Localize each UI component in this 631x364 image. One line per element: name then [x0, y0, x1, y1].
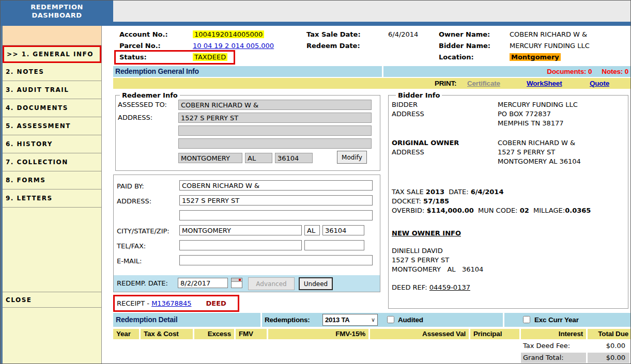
sidebar-item-audit-trail[interactable]: 3. AUDIT TRAIL [3, 81, 101, 99]
sidebar-item-collection[interactable]: 7. COLLECTION [3, 153, 101, 171]
bidder-address2: MEMPHIS TN 38177 [498, 119, 564, 128]
sidebar-spacer [3, 208, 101, 292]
documents-count: Documents: 0 [547, 68, 592, 75]
payer-state-field[interactable] [304, 225, 320, 235]
bidder-info-panel: Bidder Info BIDDERMERCURY FUNDING LLC AD… [388, 91, 628, 309]
exc-curr-year-label: Exc Curr Year [534, 313, 579, 327]
payer-address2-field[interactable] [179, 210, 373, 220]
bidder-name-value: MERCURY FUNDING LLC [510, 42, 590, 50]
header-divider [1, 22, 631, 26]
undeed-button[interactable]: Undeed [299, 277, 333, 290]
oo-address1: 1527 S PERRY ST [498, 148, 555, 157]
oo-address-label: ADDRESS [392, 148, 498, 157]
sidebar-item-letters[interactable]: 9. LETTERS [3, 189, 101, 208]
redemptions-label: Redemptions: [265, 313, 310, 327]
overbid-value: $114,000.00 [426, 207, 473, 214]
sidebar-item-assessment[interactable]: 5. ASSESSMENT [3, 117, 101, 135]
fax-field[interactable] [304, 240, 364, 250]
payer-address1-field[interactable] [179, 195, 373, 205]
sidebar-item-forms[interactable]: 8. FORMS [3, 171, 101, 189]
redemp-date-label: REDEMP. DATE: [117, 279, 168, 287]
parcel-no-link[interactable]: 10 04 19 2 014 005.000 [193, 42, 274, 50]
bidder-address-label: ADDRESS [392, 109, 498, 119]
modify-button[interactable]: Modify [337, 151, 367, 164]
account-no-value: 1004192014005000 [193, 30, 264, 38]
original-owner-value: COBERN RICHARD W & [498, 138, 575, 148]
sidebar-item-general-info[interactable]: >> 1. GENERAL INFO [3, 45, 101, 63]
redemption-dashboard-screen: REDEMPTION DASHBOARD >> 1. GENERAL INFO … [0, 0, 631, 364]
new-owner-address2: MONTGOMERY AL 36104 [392, 265, 625, 274]
docket-value: 57/185 [423, 197, 449, 205]
col-year: Year [113, 329, 139, 339]
redemp-date-field[interactable] [178, 278, 228, 288]
sidebar-item-history[interactable]: 6. HISTORY [3, 135, 101, 153]
bidder-name-label: Bidder Name: [439, 42, 490, 50]
section-title: Redemption General Info [113, 66, 382, 77]
tax-deed-fee-label: Tax Deed Fee: [521, 341, 586, 351]
sidebar-top-block [3, 26, 101, 45]
redemptions-select[interactable]: 2013 TA ∨ [322, 314, 378, 326]
tax-sale-line: TAX SALE 2013 DATE: 6/4/2014 [392, 187, 625, 197]
redeemer-address3-field[interactable] [178, 138, 372, 149]
redeemer-address2-field[interactable] [178, 125, 372, 136]
new-owner-address1: 1527 S PERRY ST [392, 256, 625, 265]
payer-zip-field[interactable] [322, 225, 364, 235]
exc-curr-year-checkbox[interactable] [523, 316, 530, 323]
parcel-no-label: Parcel No.: [119, 42, 161, 50]
receipt-box: RECEIPT - M13678845 DEED [113, 295, 239, 312]
status-value: TAXDEED [193, 53, 227, 61]
overbid-line: OVERBID: $114,000.00 MUN CODE: 02 MILLAG… [392, 206, 625, 215]
docket-line: DOCKET: 57/185 [392, 197, 625, 206]
print-label: PRINT: [435, 78, 456, 89]
deed-flag: DEED [206, 299, 226, 307]
new-owner-name: DINIELLI DAVID [392, 246, 625, 256]
sidebar-item-documents[interactable]: 4. DOCUMENTS [3, 99, 101, 117]
redemp-date-row: REDEMP. DATE: Advanced Undeed [114, 275, 380, 292]
original-owner-label: ORIGINAL OWNER [392, 138, 498, 148]
print-certificate-link[interactable]: Certificate [467, 78, 500, 89]
tax-sale-date: 6/4/2014 [471, 188, 504, 196]
mun-code-value: 02 [520, 207, 529, 214]
print-bar: PRINT: Certificate WorkSheet Quote [113, 78, 631, 89]
redeemer-address1-field[interactable] [178, 113, 372, 123]
assessed-to-field[interactable] [178, 100, 372, 110]
paid-by-field[interactable] [179, 180, 373, 191]
owner-name-value: COBERN RICHARD W & [510, 30, 587, 38]
calendar-icon[interactable] [231, 278, 242, 288]
paid-by-label: PAID BY: [117, 182, 144, 190]
receipt-number-link[interactable]: M13678845 [151, 299, 191, 307]
doc-note-counts: Documents: 0 Notes: 0 [383, 66, 631, 77]
print-quote-link[interactable]: Quote [590, 78, 609, 89]
redeemer-zip-field[interactable] [275, 153, 313, 163]
redemptions-selected-value: 2013 TA [325, 316, 350, 324]
tel-field[interactable] [179, 240, 302, 250]
redeemer-city-field[interactable] [178, 153, 242, 163]
audited-checkbox[interactable] [387, 316, 394, 323]
account-no-label: Account No.: [119, 30, 168, 38]
redeemer-address-label: ADDRESS: [118, 114, 152, 121]
audited-label: Audited [398, 313, 423, 327]
deed-ref-value[interactable]: 04459-0137 [429, 283, 470, 291]
redeemer-info-legend: Redeemer Info [120, 91, 180, 99]
app-title-line2: DASHBOARD [1, 11, 113, 20]
payer-panel: PAID BY: ADDRESS: CITY/STATE/ZIP: TEL/FA… [113, 175, 380, 292]
new-owner-heading: NEW OWNER INFO [392, 229, 625, 238]
status-label: Status: [119, 53, 147, 61]
location-label: Location: [439, 53, 474, 61]
col-fmv: FMV [236, 329, 267, 339]
advanced-button[interactable]: Advanced [248, 277, 295, 290]
email-field[interactable] [179, 255, 373, 265]
tax-sale-year: 2013 [426, 188, 444, 196]
deed-ref-line: DEED REF: 04459-0137 [392, 283, 625, 292]
sidebar-item-close[interactable]: CLOSE [3, 292, 101, 308]
app-title-line1: REDEMPTION [1, 3, 113, 11]
redemption-detail-title: Redemption Detail [113, 313, 260, 327]
payer-city-field[interactable] [179, 225, 302, 235]
city-state-zip-label: CITY/STATE/ZIP: [117, 227, 170, 235]
redeemer-state-field[interactable] [245, 153, 272, 163]
bidder-value: MERCURY FUNDING LLC [498, 100, 578, 109]
oo-address2: MONTGOMERY AL 36104 [498, 157, 581, 166]
print-worksheet-link[interactable]: WorkSheet [527, 78, 562, 89]
redemptions-segment: Redemptions: 2013 TA ∨ Audited [262, 313, 503, 327]
sidebar-item-notes[interactable]: 2. NOTES [3, 63, 101, 81]
